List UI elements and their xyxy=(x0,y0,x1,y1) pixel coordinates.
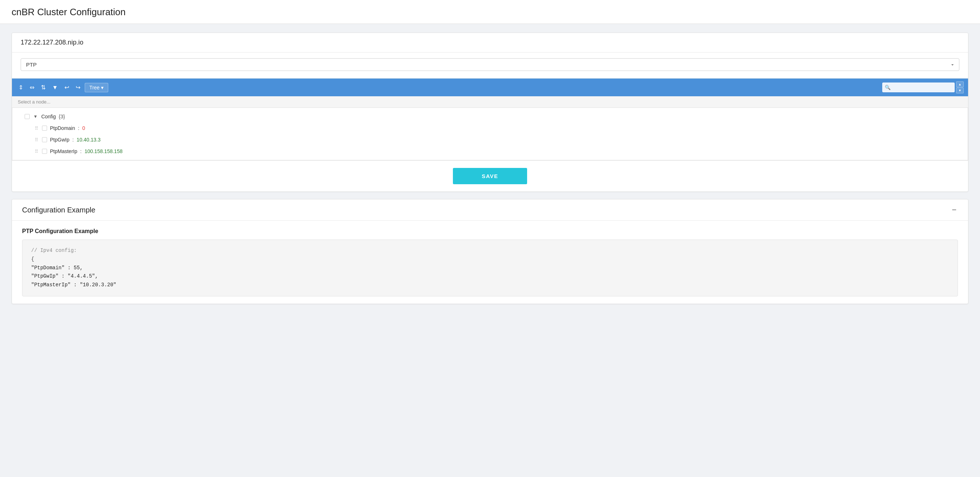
sort-button[interactable]: ⇅ xyxy=(39,83,48,92)
redo-button[interactable]: ↪ xyxy=(73,83,83,92)
main-content: 172.22.127.208.nip.io PTP NTP DHCP ⇕ ⇔ ⇅ xyxy=(0,24,980,313)
expand-all-icon: ⇕ xyxy=(19,84,23,91)
collapse-all-icon: ⇔ xyxy=(30,84,34,91)
search-input[interactable] xyxy=(882,83,955,92)
save-button[interactable]: SAVE xyxy=(453,168,527,184)
field-checkbox-2[interactable] xyxy=(42,149,47,154)
expand-all-button[interactable]: ⇕ xyxy=(16,83,25,92)
undo-icon: ↩ xyxy=(64,84,69,91)
field-colon-1: : xyxy=(72,137,74,143)
search-icon: 🔍 xyxy=(885,85,891,90)
field-key-2: PtpMasterIp xyxy=(50,148,77,154)
redo-icon: ↪ xyxy=(76,84,80,91)
search-next-button[interactable]: ▼ xyxy=(956,87,964,93)
node-selector-bar: Select a node... xyxy=(12,96,968,108)
field-value-1: 10.40.13.3 xyxy=(77,137,101,143)
table-row: ⠿ PtpMasterIp : 100.158.158.158 xyxy=(30,145,968,157)
tree-view-button[interactable]: Tree ▾ xyxy=(85,83,108,92)
field-key-1: PtpGwIp xyxy=(50,137,70,143)
code-line-4: "PtpMasterIp" : "10.20.3.20" xyxy=(31,281,949,289)
table-row: ⠿ PtpDomain : 0 xyxy=(30,122,968,134)
code-block: // Ipv4 config: { "PtpDomain" : 55, "Ptp… xyxy=(22,240,958,296)
code-line-2: "PtpDomain" : 55, xyxy=(31,264,949,272)
save-area: SAVE xyxy=(12,160,968,191)
tree-root-key: Config xyxy=(41,114,56,119)
protocol-dropdown[interactable]: PTP NTP DHCP xyxy=(21,58,959,71)
drag-handle[interactable]: ⠿ xyxy=(34,149,39,154)
field-value-0: 0 xyxy=(82,125,85,131)
search-prev-button[interactable]: ▲ xyxy=(956,81,964,87)
tree-expand-toggle[interactable]: ▼ xyxy=(33,114,38,119)
search-nav-buttons: ▲ ▼ xyxy=(956,81,964,93)
tree-toolbar: ⇕ ⇔ ⇅ ▼ ↩ ↪ Tree ▾ xyxy=(12,78,968,96)
config-example-body: PTP Configuration Example // Ipv4 config… xyxy=(12,221,968,304)
field-checkbox-0[interactable] xyxy=(42,126,47,130)
server-name: 172.22.127.208.nip.io xyxy=(12,33,968,52)
dropdown-row: PTP NTP DHCP xyxy=(12,52,968,78)
undo-button[interactable]: ↩ xyxy=(62,83,71,92)
page-container: cnBR Cluster Configuration 172.22.127.20… xyxy=(0,0,980,477)
drag-handle[interactable]: ⠿ xyxy=(34,137,39,143)
config-example-header: Configuration Example − xyxy=(12,199,968,221)
tree-root-brace: {3} xyxy=(59,114,65,119)
field-key-0: PtpDomain xyxy=(50,125,75,131)
config-example-title: Configuration Example xyxy=(22,206,95,214)
page-title: cnBR Cluster Configuration xyxy=(0,0,980,24)
collapse-all-button[interactable]: ⇔ xyxy=(27,83,37,92)
search-area: 🔍 ▲ ▼ xyxy=(882,81,964,93)
sort-icon: ⇅ xyxy=(41,84,46,91)
node-selector-text: Select a node... xyxy=(18,99,50,105)
config-example-subtitle: PTP Configuration Example xyxy=(22,228,958,235)
config-example-card: Configuration Example − PTP Configuratio… xyxy=(11,199,969,304)
code-line-0: // Ipv4 config: xyxy=(31,246,949,255)
tree-root-row: ⠿ ▼ Config {3} xyxy=(12,111,968,122)
filter-icon: ▼ xyxy=(52,84,58,91)
tree-chevron-icon: ▾ xyxy=(101,85,103,91)
tree-area: ⠿ ▼ Config {3} ⠿ PtpDomain : 0 ⠿ xyxy=(12,108,968,160)
field-value-2: 100.158.158.158 xyxy=(84,148,123,154)
field-colon-0: : xyxy=(78,125,79,131)
drag-handle[interactable]: ⠿ xyxy=(34,126,39,131)
table-row: ⠿ PtpGwIp : 10.40.13.3 xyxy=(30,134,968,145)
collapse-button[interactable]: − xyxy=(950,205,958,215)
main-card: 172.22.127.208.nip.io PTP NTP DHCP ⇕ ⇔ ⇅ xyxy=(11,33,969,192)
tree-label: Tree xyxy=(89,85,100,91)
code-line-1: { xyxy=(31,255,949,264)
field-checkbox-1[interactable] xyxy=(42,137,47,142)
search-input-wrap: 🔍 xyxy=(882,83,955,92)
root-checkbox[interactable] xyxy=(25,114,30,119)
code-line-3: "PtpGwIp" : "4.4.4.5", xyxy=(31,272,949,281)
field-colon-2: : xyxy=(80,148,81,154)
filter-button[interactable]: ▼ xyxy=(50,83,60,92)
